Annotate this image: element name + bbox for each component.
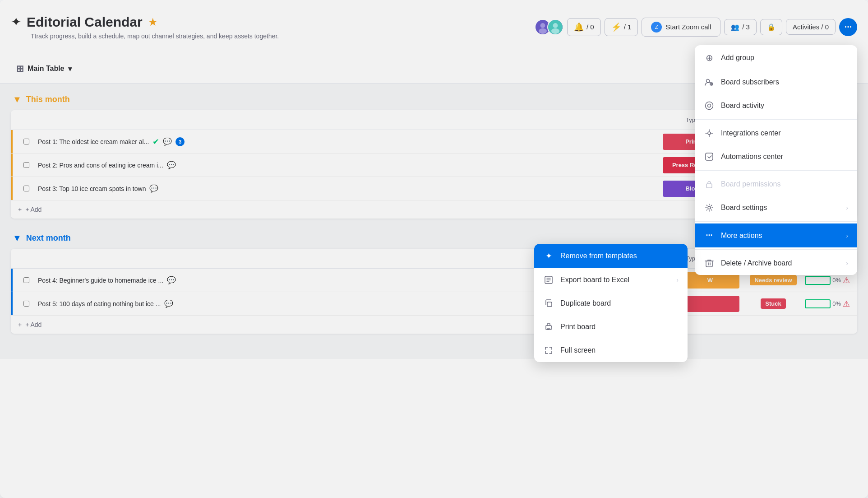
app-container: ✦ Editorial Calendar ★ Ttrack progress, …	[0, 0, 868, 498]
add-group-label: Add group	[721, 54, 848, 62]
svg-rect-11	[706, 153, 713, 160]
fullscreen-icon	[543, 346, 554, 355]
svg-point-13	[708, 206, 711, 209]
integrations-center-label: Integrations center	[721, 129, 848, 137]
permissions-icon	[704, 180, 715, 189]
svg-point-18	[551, 326, 552, 327]
menu-item-board-activity[interactable]: Board activity	[695, 94, 857, 117]
automations-icon	[704, 152, 715, 161]
remove-templates-icon: ✦	[543, 251, 554, 261]
more-actions-icon: ···	[704, 231, 715, 240]
delete-archive-icon	[704, 259, 715, 268]
delete-archive-label: Delete / Archive board	[721, 259, 840, 267]
export-excel-icon	[543, 275, 554, 284]
duplicate-board-label: Duplicate board	[560, 299, 679, 307]
board-subscribers-label: Board subscribers	[721, 78, 848, 86]
sub-menu-item-fullscreen[interactable]: Full screen	[534, 339, 688, 362]
full-screen-label: Full screen	[560, 346, 679, 354]
menu-item-settings[interactable]: Board settings ›	[695, 196, 857, 219]
svg-rect-16	[547, 302, 552, 307]
settings-label: Board settings	[721, 204, 840, 212]
menu-item-automations[interactable]: Automations center	[695, 145, 857, 168]
menu-divider-2	[695, 170, 857, 171]
sub-dropdown-more-actions: ✦ Remove from templates Export board to …	[534, 244, 688, 362]
menu-divider-3	[695, 221, 857, 222]
print-icon	[543, 322, 554, 331]
export-excel-label: Export board to Excel	[560, 276, 670, 284]
menu-item-add-group[interactable]: ⊕ Add group	[695, 45, 857, 70]
menu-item-delete-archive[interactable]: Delete / Archive board ›	[695, 251, 857, 275]
menu-item-permissions: Board permissions	[695, 172, 857, 196]
board-activity-label: Board activity	[721, 102, 848, 110]
remove-templates-label: Remove from templates	[560, 252, 679, 260]
duplicate-icon	[543, 299, 554, 308]
integrations-icon	[704, 129, 715, 138]
svg-point-6	[706, 79, 710, 83]
menu-item-board-subscribers[interactable]: Board subscribers	[695, 70, 857, 94]
settings-icon	[704, 203, 715, 212]
delete-archive-arrow: ›	[846, 260, 848, 267]
svg-point-9	[708, 104, 711, 107]
more-actions-label: More actions	[721, 232, 840, 240]
svg-rect-12	[706, 184, 712, 188]
svg-point-8	[706, 102, 713, 110]
main-dropdown-menu: ⊕ Add group Board subscribers	[695, 45, 857, 275]
sub-menu-item-remove-templates[interactable]: ✦ Remove from templates	[534, 244, 688, 268]
menu-divider-4	[695, 249, 857, 250]
permissions-label: Board permissions	[721, 180, 848, 188]
menu-divider-1	[695, 119, 857, 120]
svg-rect-14	[706, 261, 712, 267]
add-group-icon: ⊕	[704, 52, 715, 63]
export-excel-arrow: ›	[676, 276, 679, 284]
sub-menu-item-duplicate[interactable]: Duplicate board	[534, 292, 688, 315]
svg-rect-17	[546, 326, 551, 330]
automations-center-label: Automations center	[721, 153, 848, 161]
menu-item-integrations[interactable]: Integrations center	[695, 121, 857, 145]
svg-point-10	[708, 132, 711, 135]
settings-arrow: ›	[846, 204, 848, 211]
menu-item-more-actions[interactable]: ··· More actions ›	[695, 223, 857, 247]
more-actions-arrow: ›	[846, 232, 848, 239]
print-board-label: Print board	[560, 323, 679, 331]
sub-menu-item-print[interactable]: Print board	[534, 315, 688, 339]
sub-menu-item-export-excel[interactable]: Export board to Excel ›	[534, 268, 688, 292]
subscribers-icon	[704, 78, 715, 87]
board-activity-icon	[704, 101, 715, 110]
